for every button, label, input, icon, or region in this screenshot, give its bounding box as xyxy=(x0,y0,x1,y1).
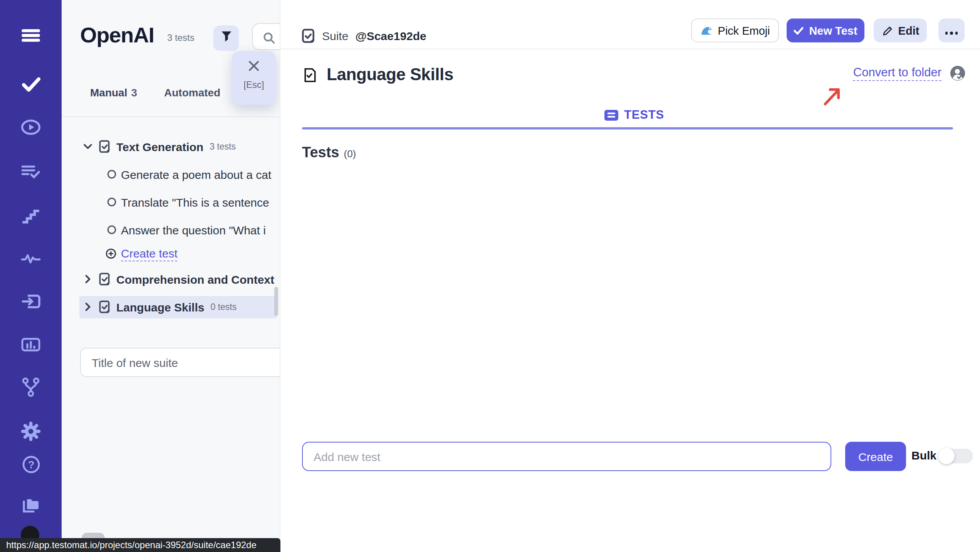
test-status-circle-icon xyxy=(107,197,116,207)
check-icon xyxy=(794,25,804,35)
new-suite-input[interactable] xyxy=(80,348,280,377)
tests-tab-icon xyxy=(604,109,619,121)
suite-type-label: Suite xyxy=(322,29,348,42)
chevron-right-icon[interactable] xyxy=(82,301,93,312)
runs-play-icon[interactable] xyxy=(21,117,41,137)
toggle-knob xyxy=(938,448,955,464)
project-title: OpenAI xyxy=(80,23,154,48)
test-title: Generate a poem about a cat xyxy=(121,168,271,181)
sidebar-tabs: Manual3 Automated xyxy=(62,80,280,117)
settings-gear-icon[interactable] xyxy=(21,421,41,441)
suites-sidebar: OpenAI 3 tests [Esc] Manual3 Automated xyxy=(62,0,280,552)
tree-suite-comprehension[interactable]: Comprehension and Context xyxy=(82,268,274,290)
tree-test-item[interactable]: Translate "This is a sentence xyxy=(107,191,269,213)
create-test-link[interactable]: Create test xyxy=(121,246,178,261)
plans-list-check-icon[interactable] xyxy=(21,161,41,181)
search-input[interactable] xyxy=(252,23,280,50)
tab-automated[interactable]: Automated xyxy=(164,86,220,99)
new-test-button[interactable]: New Test xyxy=(787,19,864,42)
wave-emoji-icon xyxy=(700,24,712,37)
bulk-label: Bulk xyxy=(911,449,936,462)
left-rail: ? xyxy=(0,0,62,552)
ellipsis-icon xyxy=(944,24,959,37)
close-icon[interactable] xyxy=(248,60,260,75)
sidebar-scrollbar-thumb[interactable] xyxy=(274,287,278,316)
more-options-button[interactable] xyxy=(938,19,965,42)
suite-detail-panel: Suite @Scae192de Pick Emoji New Test Edi… xyxy=(280,0,980,552)
pick-emoji-button[interactable]: Pick Emoji xyxy=(691,19,779,42)
edit-label: Edit xyxy=(898,24,920,37)
suite-doc-check-icon xyxy=(301,29,315,43)
chevron-down-icon[interactable] xyxy=(82,141,93,152)
menu-icon[interactable] xyxy=(21,25,41,45)
annotation-arrow-icon xyxy=(821,83,844,108)
project-tests-count: 3 tests xyxy=(167,32,195,43)
add-new-test-input[interactable] xyxy=(302,442,831,471)
svg-text:?: ? xyxy=(28,458,34,470)
page-title: Language Skills xyxy=(327,65,453,85)
tree-test-item[interactable]: Generate a poem about a cat xyxy=(107,163,271,185)
pick-emoji-label: Pick Emoji xyxy=(718,24,770,37)
test-title: Answer the question "What i xyxy=(121,223,266,236)
milestones-stairs-icon[interactable] xyxy=(21,205,41,225)
tests-section-heading: Tests (0) xyxy=(302,144,356,161)
filter-funnel-icon xyxy=(220,30,232,46)
git-branch-icon[interactable] xyxy=(21,377,41,397)
breadcrumb: Suite @Scae192de xyxy=(301,29,426,43)
page-title-row: Language Skills xyxy=(304,65,453,85)
suite-count: 0 tests xyxy=(210,302,237,311)
manual-count: 3 xyxy=(131,86,137,99)
status-url-text: https://app.testomat.io/projects/openai-… xyxy=(6,540,257,550)
tree-suite-language-skills[interactable]: Language Skills 0 tests xyxy=(82,296,237,318)
suite-id: @Scae192de xyxy=(355,29,426,42)
analytics-pulse-icon[interactable] xyxy=(21,248,41,268)
new-test-label: New Test xyxy=(809,24,857,37)
pencil-icon xyxy=(881,25,893,36)
suite-title: Language Skills xyxy=(116,300,204,313)
suite-doc-icon xyxy=(98,300,111,314)
tree-suite-text-generation[interactable]: Text Generation 3 tests xyxy=(82,136,236,157)
assignee-avatar-icon[interactable] xyxy=(950,66,965,81)
status-url-tooltip: https://app.testomat.io/projects/openai-… xyxy=(0,538,280,552)
search-icon xyxy=(263,32,276,45)
convert-to-folder-link[interactable]: Convert to folder xyxy=(853,66,941,81)
app-window: ? OpenAI 3 tests [Esc] Manual3 Automated xyxy=(0,0,980,552)
import-icon[interactable] xyxy=(21,291,41,311)
suite-header: Suite @Scae192de Pick Emoji New Test Edi… xyxy=(280,0,980,49)
tests-tab-label: TESTS xyxy=(624,108,664,122)
tree-test-item[interactable]: Answer the question "What i xyxy=(107,219,266,241)
convert-to-folder-row: Convert to folder xyxy=(853,66,965,81)
test-status-circle-icon xyxy=(107,225,116,234)
edit-button[interactable]: Edit xyxy=(874,19,927,42)
suite-doc-icon xyxy=(98,140,111,153)
create-button[interactable]: Create xyxy=(845,442,906,471)
tests-heading-label: Tests xyxy=(302,144,339,161)
help-icon[interactable]: ? xyxy=(21,454,41,474)
reports-chart-icon[interactable] xyxy=(21,335,41,355)
circle-plus-icon xyxy=(106,248,116,259)
tests-count: (0) xyxy=(344,148,356,160)
filter-button[interactable] xyxy=(213,25,239,51)
chevron-right-icon[interactable] xyxy=(82,274,93,284)
suite-title: Comprehension and Context xyxy=(116,273,274,286)
tests-nav-check-icon[interactable] xyxy=(21,74,41,94)
test-title: Translate "This is a sentence xyxy=(121,195,269,209)
tab-tests[interactable]: TESTS xyxy=(604,108,664,122)
tab-manual[interactable]: Manual3 xyxy=(90,86,137,99)
suite-count: 3 tests xyxy=(210,142,236,151)
doc-check-icon xyxy=(304,67,317,82)
test-status-circle-icon xyxy=(107,170,116,179)
projects-folders-icon[interactable] xyxy=(21,495,41,515)
suite-doc-icon xyxy=(98,272,111,286)
bulk-toggle[interactable] xyxy=(939,449,973,463)
active-tab-underline xyxy=(302,127,953,130)
create-test-row[interactable]: Create test xyxy=(106,243,178,264)
suite-title: Text Generation xyxy=(116,140,203,153)
